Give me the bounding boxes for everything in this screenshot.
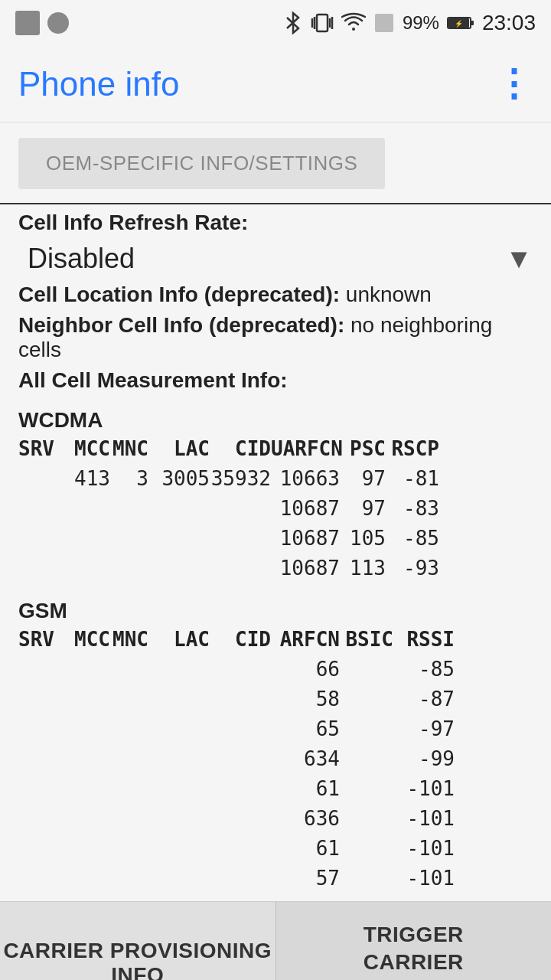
wcdma-row-3: 10687 105 -85 [18,524,533,554]
gsm-header-lac: LAC [148,625,210,655]
trigger-carrier-provisioning-button[interactable]: TRIGGER CARRIER PROVISIONING [276,902,552,980]
cell-info-refresh-label: Cell Info Refresh Rate: [18,211,248,234]
status-bar: 99% ⚡ 23:03 [0,0,551,46]
gsm-header-srv: SRV [18,625,64,655]
main-content: Cell Info Refresh Rate: Disabled ▼ Cell … [0,211,551,901]
wcdma-header-cid: CID [210,434,271,464]
app-title: Phone info [18,65,495,103]
photo-icon [15,11,40,35]
cell-location-label: Cell Location Info (deprecated): [18,283,340,306]
gsm-table: SRV MCC MNC LAC CID ARFCN BSIC RSSI 66 -… [18,625,533,893]
sim-icon [373,12,395,34]
dropdown-arrow-icon: ▼ [505,243,533,275]
svg-rect-0 [317,15,328,31]
trigger-line1: TRIGGER [364,923,464,946]
gsm-row-8: 57 -101 [18,864,533,893]
wcdma-row-2: 10687 97 -83 [18,494,533,524]
neighbor-cell-label: Neighbor Cell Info (deprecated): [18,313,344,337]
vibrate-icon [311,11,334,34]
battery-percentage: 99% [403,12,439,34]
wcdma-header-mcc: MCC [64,434,110,464]
all-cell-section: All Cell Measurement Info: [18,368,533,393]
gsm-row-4: 634 -99 [18,744,533,774]
gsm-row-3: 65 -97 [18,714,533,744]
wifi-icon [341,12,366,34]
cell-location-value: unknown [346,283,432,306]
wcdma-row-1: 413 3 3005 35932 10663 97 -81 [18,464,533,494]
gsm-header-bsic: BSIC [340,625,393,655]
gsm-header-mcc: MCC [64,625,110,655]
gsm-row-1: 66 -85 [18,655,533,684]
wcdma-header-lac: LAC [148,434,210,464]
wcdma-header-mnc: MNC [110,434,148,464]
signal-icon [47,12,69,34]
wcdma-table: SRV MCC MNC LAC CID UARFCN PSC RSCP 413 … [18,434,533,583]
gsm-header-arfcn: ARFCN [271,625,340,655]
gsm-row-2: 58 -87 [18,684,533,714]
carrier-provisioning-info-button[interactable]: CARRIER PROVISIONING INFO [0,902,276,980]
svg-text:⚡: ⚡ [454,19,463,28]
divider-top [0,203,551,204]
wcdma-title: WCDMA [18,408,533,433]
cell-info-dropdown-row[interactable]: Disabled ▼ [18,235,533,283]
gsm-row-5: 61 -101 [18,774,533,804]
cell-info-refresh-section: Cell Info Refresh Rate: Disabled ▼ [18,211,533,283]
svg-rect-5 [375,14,393,32]
cell-location-section: Cell Location Info (deprecated): unknown [18,283,533,307]
gsm-header-row: SRV MCC MNC LAC CID ARFCN BSIC RSSI [18,625,533,655]
neighbor-cell-section: Neighbor Cell Info (deprecated): no neig… [18,313,533,362]
gsm-header-mnc: MNC [110,625,148,655]
all-cell-label: All Cell Measurement Info: [18,368,288,392]
battery-icon: ⚡ [447,15,474,31]
bottom-buttons: CARRIER PROVISIONING INFO TRIGGER CARRIE… [0,901,551,980]
clock: 23:03 [482,11,536,35]
status-right-icons: 99% ⚡ 23:03 [283,11,536,35]
gsm-row-7: 61 -101 [18,834,533,864]
gsm-title: GSM [18,599,533,623]
wcdma-row-4: 10687 113 -93 [18,554,533,583]
wcdma-header-rscp: RSCP [386,434,439,464]
wcdma-header-uarfcn: UARFCN [271,434,340,464]
gsm-header-cid: CID [210,625,271,655]
bluetooth-icon [283,11,303,34]
svg-rect-8 [471,21,474,25]
wcdma-header-psc: PSC [340,434,386,464]
overflow-menu-icon[interactable]: ⋮ [495,66,533,103]
wcdma-header-row: SRV MCC MNC LAC CID UARFCN PSC RSCP [18,434,533,464]
oem-button-area: OEM-SPECIFIC INFO/SETTINGS [0,122,551,197]
trigger-line2: CARRIER [364,950,464,974]
cell-info-dropdown-value: Disabled [28,243,505,275]
wcdma-header-srv: SRV [18,434,64,464]
app-bar: Phone info ⋮ [0,46,551,122]
gsm-header-rssi: RSSI [393,625,455,655]
gsm-row-6: 636 -101 [18,804,533,834]
status-left-icons [15,11,69,35]
oem-button[interactable]: OEM-SPECIFIC INFO/SETTINGS [18,138,385,189]
